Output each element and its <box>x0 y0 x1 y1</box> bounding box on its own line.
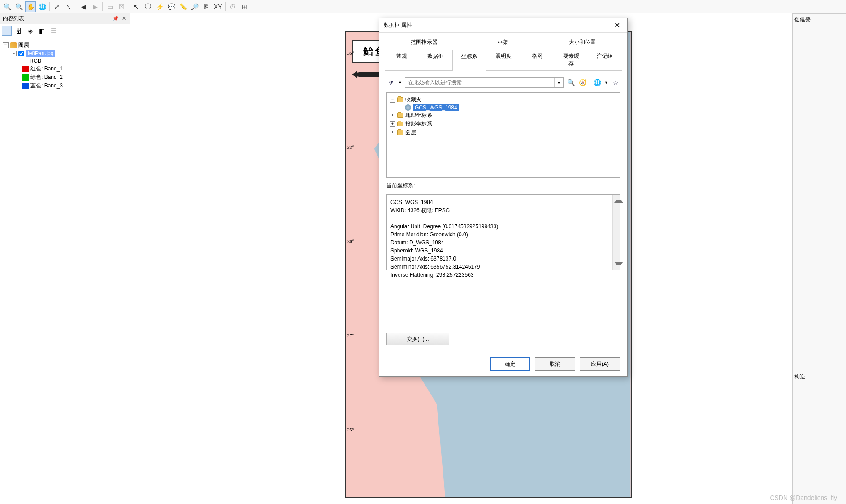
goto-icon[interactable]: ⎘ <box>201 1 212 12</box>
filter-icon[interactable]: ⧩ <box>386 78 395 87</box>
tab-注记组[interactable]: 注记组 <box>588 49 622 70</box>
tab-数据框[interactable]: 数据框 <box>419 49 453 70</box>
list-by-visibility-icon[interactable]: ◈ <box>25 26 35 36</box>
scrollbar[interactable] <box>612 195 620 270</box>
crs-search-combo[interactable]: ▾ <box>405 77 564 88</box>
transform-button[interactable]: 变换(T)... <box>386 333 449 345</box>
zoom-out-fixed-icon[interactable]: ⤡ <box>63 1 74 12</box>
layers-icon <box>10 42 17 48</box>
expand-icon[interactable]: − <box>3 42 9 48</box>
zoom-in-icon[interactable]: 🔍 <box>2 1 13 12</box>
viewer-icon[interactable]: ⊞ <box>239 1 250 12</box>
crs-detail: GCS_WGS_1984 WKID: 4326 权限: EPSG Angular… <box>386 194 620 270</box>
tab-照明度[interactable]: 照明度 <box>486 49 521 70</box>
favorite-icon[interactable]: ☆ <box>611 78 620 87</box>
layer-tree: − 图层 − leftPart.jpg RGB 红色: Band_1绿色: Ba… <box>0 38 130 93</box>
tab-大小和位置[interactable]: 大小和位置 <box>543 35 622 49</box>
globe-icon[interactable]: 🌐 <box>593 78 602 87</box>
channel-label: RGB <box>30 58 41 64</box>
projected-crs-folder: 投影坐标系 <box>405 120 432 128</box>
folder-icon <box>397 122 403 126</box>
list-by-source-icon[interactable]: 🗄 <box>13 26 23 36</box>
toc-view-buttons: ≣ 🗄 ◈ ◧ ☰ <box>0 24 130 38</box>
create-features-title: 创建要 <box>794 16 844 23</box>
color-swatch <box>22 83 29 89</box>
html-popup-icon[interactable]: 💬 <box>166 1 177 12</box>
favorites-folder: 收藏夹 <box>405 96 421 104</box>
clear-select-icon[interactable]: ☒ <box>116 1 127 12</box>
tab-框架[interactable]: 框架 <box>464 35 542 49</box>
tab-要素缓存[interactable]: 要素缓存 <box>554 49 588 70</box>
geographic-crs-folder: 地理坐标系 <box>405 112 432 119</box>
layers-crs-folder: 图层 <box>405 129 416 136</box>
locate-icon[interactable]: 🧭 <box>578 78 587 87</box>
pointer-icon[interactable]: ↖ <box>131 1 142 12</box>
watermark: CSDN @Dandelions_fly <box>770 494 837 501</box>
pan-icon[interactable]: ✋ <box>25 1 36 12</box>
construction-label: 构造 <box>794 373 844 381</box>
close-icon[interactable]: ✕ <box>612 21 623 30</box>
chevron-down-icon[interactable]: ▾ <box>554 78 563 87</box>
crs-selected: GCS_WGS_1984 <box>413 104 459 111</box>
apply-button[interactable]: 应用(A) <box>580 357 620 371</box>
back-icon[interactable]: ◀ <box>78 1 89 12</box>
folder-icon <box>397 97 403 102</box>
dialog-title: 数据框 属性 <box>384 22 412 29</box>
color-swatch <box>22 74 29 81</box>
crs-tree[interactable]: −收藏夹 GCS_WGS_1984 +地理坐标系 +投影坐标系 +图层 <box>386 92 620 178</box>
identify-icon[interactable]: ⓘ <box>143 1 153 12</box>
data-frame-properties-dialog: 数据框 属性 ✕ 范围指示器框架大小和位置 常规数据框坐标系照明度格网要素缓存注… <box>379 18 628 377</box>
globe-icon <box>405 104 411 111</box>
color-swatch <box>22 66 29 72</box>
select-rect-icon[interactable]: ▭ <box>104 1 115 12</box>
flash-icon[interactable]: ⚡ <box>154 1 165 12</box>
tab-坐标系[interactable]: 坐标系 <box>452 50 486 71</box>
current-crs-label: 当前坐标系: <box>386 182 620 190</box>
measure-icon[interactable]: 📏 <box>178 1 188 12</box>
dialog-tabs-row1: 范围指示器框架大小和位置 <box>385 35 622 49</box>
full-extent-icon[interactable]: 🌐 <box>37 1 48 12</box>
zoom-out-icon[interactable]: 🔍 <box>13 1 24 12</box>
list-by-drawing-icon[interactable]: ≣ <box>2 26 12 36</box>
expand-icon[interactable]: − <box>11 51 17 56</box>
zoom-in-fixed-icon[interactable]: ⤢ <box>52 1 62 12</box>
toc-title: 内容列表 <box>3 15 24 22</box>
tab-范围指示器[interactable]: 范围指示器 <box>385 35 464 49</box>
ok-button[interactable]: 确定 <box>490 357 530 371</box>
xy-icon[interactable]: XY <box>213 1 223 12</box>
forward-icon[interactable]: ▶ <box>90 1 100 12</box>
folder-icon <box>397 130 403 135</box>
search-icon[interactable]: 🔍 <box>566 78 575 87</box>
pin-icon[interactable]: 📌 <box>113 16 119 22</box>
tab-常规[interactable]: 常规 <box>385 49 419 70</box>
options-icon[interactable]: ☰ <box>48 26 58 36</box>
band-label: 红色: Band_1 <box>30 65 63 73</box>
layer-name[interactable]: leftPart.jpg <box>26 50 55 57</box>
band-label: 绿色: Band_2 <box>30 74 63 81</box>
find-icon[interactable]: 🔎 <box>189 1 200 12</box>
tab-格网[interactable]: 格网 <box>520 49 554 70</box>
time-slider-icon[interactable]: ⏱ <box>227 1 238 12</box>
layer-visibility-checkbox[interactable] <box>18 51 24 56</box>
list-by-selection-icon[interactable]: ◧ <box>37 26 47 36</box>
dialog-tabs-row2: 常规数据框坐标系照明度格网要素缓存注记组 <box>385 49 622 71</box>
cancel-button[interactable]: 取消 <box>535 357 575 371</box>
crs-search-input[interactable] <box>405 78 554 87</box>
table-of-contents: 内容列表 📌 ✕ ≣ 🗄 ◈ ◧ ☰ − 图层 − leftPart.jpg <box>0 13 130 504</box>
folder-icon <box>397 113 403 118</box>
create-features-panel: 创建要 构造 <box>792 13 846 504</box>
root-layer-label[interactable]: 图层 <box>18 41 29 49</box>
close-icon[interactable]: ✕ <box>121 16 127 22</box>
band-label: 蓝色: Band_3 <box>30 82 63 90</box>
main-toolbar: 🔍🔍✋🌐⤢⤡◀▶▭☒↖ⓘ⚡💬📏🔎⎘XY⏱⊞ <box>0 0 846 13</box>
